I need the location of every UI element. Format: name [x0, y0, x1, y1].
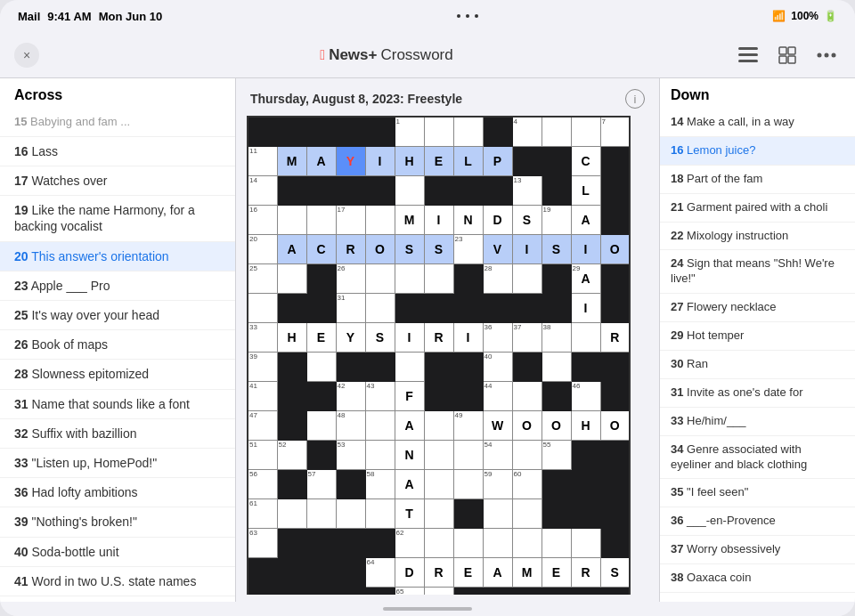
grid-cell[interactable]: 54 [483, 440, 512, 469]
grid-cell[interactable]: V [483, 234, 512, 263]
grid-cell[interactable] [453, 440, 483, 469]
grid-cell[interactable]: S [542, 234, 571, 263]
grid-cell[interactable]: O [600, 410, 630, 440]
clue-down-18[interactable]: 18 Part of the fam [660, 166, 855, 194]
grid-cell[interactable]: 14 [248, 175, 277, 205]
grid-cell[interactable] [424, 528, 453, 557]
grid-cell[interactable] [424, 410, 453, 440]
grid-cell[interactable] [453, 498, 483, 528]
grid-cell[interactable] [542, 175, 571, 205]
grid-cell[interactable] [571, 469, 600, 498]
grid-cell[interactable] [571, 322, 600, 352]
grid-cell[interactable]: 16 [248, 205, 277, 234]
grid-cell[interactable] [600, 263, 630, 293]
grid-cell[interactable] [600, 528, 630, 557]
grid-cell[interactable]: A [395, 410, 424, 440]
grid-cell[interactable] [248, 117, 277, 146]
grid-cell[interactable] [483, 528, 512, 557]
grid-cell[interactable]: Y [336, 146, 365, 175]
grid-cell[interactable] [306, 352, 336, 381]
grid-cell[interactable] [453, 587, 483, 595]
grid-cell[interactable]: 29A [571, 263, 600, 293]
grid-cell[interactable]: E [542, 557, 571, 587]
clue-across-16[interactable]: 16 Lass [0, 137, 235, 166]
grid-cell[interactable] [542, 293, 571, 322]
grid-cell[interactable]: R [336, 234, 365, 263]
grid-cell[interactable] [306, 440, 336, 469]
grid-cell[interactable]: 23 [453, 234, 483, 263]
clue-across-41[interactable]: 41 Word in two U.S. state names [0, 567, 235, 596]
grid-cell[interactable] [395, 293, 424, 322]
grid-cell[interactable]: L [571, 175, 600, 205]
grid-cell[interactable] [277, 498, 306, 528]
grid-cell[interactable] [424, 498, 453, 528]
grid-cell[interactable]: O [600, 234, 630, 263]
grid-cell[interactable]: 26 [336, 263, 365, 293]
grid-cell[interactable] [571, 498, 600, 528]
clue-across-32[interactable]: 32 Suffix with bazillion [0, 419, 235, 449]
clue-down-37[interactable]: 37 Worry obsessively [660, 536, 855, 564]
grid-cell[interactable] [306, 293, 336, 322]
clue-across-39[interactable]: 39 "Nothing's broken!" [0, 507, 235, 537]
grid-cell[interactable] [424, 175, 453, 205]
grid-cell[interactable]: 40 [483, 352, 512, 381]
grid-cell[interactable] [336, 498, 365, 528]
grid-cell[interactable] [365, 117, 395, 146]
clue-down-36[interactable]: 36 ___-en-Provence [660, 507, 855, 536]
grid-cell[interactable]: I [453, 322, 483, 352]
grid-cell[interactable]: L [453, 146, 483, 175]
grid-cell[interactable]: 57 [306, 469, 336, 498]
grid-cell[interactable]: O [365, 234, 395, 263]
grid-cell[interactable] [512, 146, 542, 175]
grid-cell[interactable] [483, 587, 512, 595]
grid-cell[interactable]: A [306, 146, 336, 175]
grid-cell[interactable] [277, 117, 306, 146]
grid-cell[interactable] [306, 587, 336, 595]
grid-cell[interactable] [277, 587, 306, 595]
clue-down-29[interactable]: 29 Hot temper [660, 322, 855, 351]
grid-view-button[interactable] [773, 41, 802, 69]
grid-cell[interactable] [336, 469, 365, 498]
grid-cell[interactable]: 28 [483, 263, 512, 293]
grid-cell[interactable] [600, 175, 630, 205]
clue-across-28[interactable]: 28 Slowness epitomized [0, 360, 235, 389]
grid-cell[interactable] [600, 469, 630, 498]
grid-cell[interactable] [277, 469, 306, 498]
grid-cell[interactable] [571, 117, 600, 146]
clue-across-26[interactable]: 26 Book of maps [0, 330, 235, 360]
grid-cell[interactable] [336, 528, 365, 557]
clue-across-33[interactable]: 33 "Listen up, HomePod!" [0, 449, 235, 478]
grid-cell[interactable]: 7 [600, 117, 630, 146]
grid-cell[interactable]: 44 [483, 381, 512, 410]
grid-cell[interactable] [306, 205, 336, 234]
grid-cell[interactable]: O [512, 410, 542, 440]
grid-cell[interactable] [306, 175, 336, 205]
grid-cell[interactable] [512, 587, 542, 595]
grid-cell[interactable]: 52 [277, 440, 306, 469]
grid-cell[interactable] [453, 293, 483, 322]
grid-cell[interactable] [277, 205, 306, 234]
grid-cell[interactable]: I [395, 322, 424, 352]
grid-cell[interactable]: A [571, 205, 600, 234]
grid-cell[interactable] [453, 469, 483, 498]
grid-cell[interactable] [365, 352, 395, 381]
grid-cell[interactable] [365, 498, 395, 528]
grid-cell[interactable] [424, 293, 453, 322]
grid-cell[interactable]: 46 [571, 381, 600, 410]
grid-cell[interactable]: T [424, 587, 453, 595]
grid-cell[interactable]: 64 [365, 557, 395, 587]
grid-cell[interactable] [277, 263, 306, 293]
grid-cell[interactable] [542, 498, 571, 528]
grid-cell[interactable]: 31 [336, 293, 365, 322]
grid-cell[interactable]: 63 [248, 528, 277, 557]
grid-cell[interactable]: F [395, 381, 424, 410]
grid-cell[interactable] [336, 557, 365, 587]
grid-cell[interactable] [365, 263, 395, 293]
grid-cell[interactable]: 62 [395, 528, 424, 557]
grid-cell[interactable]: D [483, 205, 512, 234]
grid-cell[interactable] [542, 352, 571, 381]
clue-across-23[interactable]: 23 Apple ___ Pro [0, 272, 235, 301]
grid-cell[interactable] [512, 293, 542, 322]
grid-cell[interactable]: S [424, 234, 453, 263]
grid-cell[interactable] [277, 175, 306, 205]
